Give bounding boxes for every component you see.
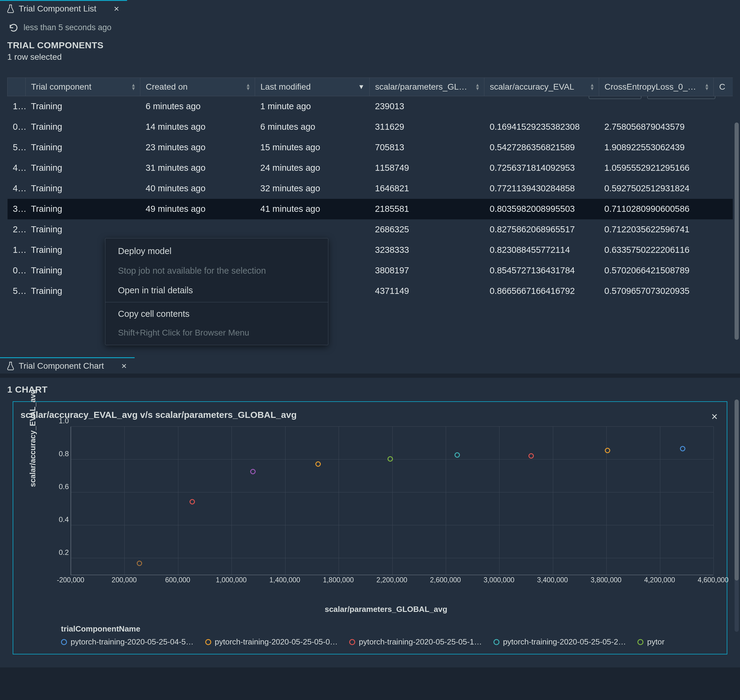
- cell-idx: 4…: [7, 178, 26, 199]
- cell-created: 31 minutes ago: [140, 158, 255, 178]
- chart-plot-area: [71, 426, 714, 575]
- table-row[interactable]: 0…Training14 minutes ago6 minutes ago311…: [7, 117, 733, 137]
- x-tick-label: 1,800,000: [323, 576, 354, 584]
- close-icon[interactable]: ×: [711, 410, 718, 423]
- tab-title: Trial Component Chart: [19, 361, 104, 371]
- x-tick-label: 4,200,000: [644, 576, 675, 584]
- legend-item[interactable]: pytorch-training-2020-05-25-05-0…: [205, 637, 338, 647]
- cell-created: 23 minutes ago: [140, 137, 255, 158]
- menu-deploy-model[interactable]: Deploy model: [105, 241, 328, 261]
- legend-swatch: [493, 639, 499, 645]
- gridline-vertical: [71, 426, 71, 575]
- chart-point[interactable]: [137, 560, 142, 566]
- x-tick-label: 4,600,000: [698, 576, 728, 584]
- col-created-on[interactable]: Created on▲▼: [140, 78, 255, 96]
- chart-count-heading: 1 CHART: [7, 384, 733, 395]
- table-row[interactable]: 4…Training40 minutes ago32 minutes ago16…: [7, 178, 733, 199]
- legend-item[interactable]: pytorch-training-2020-05-25-05-2…: [493, 637, 626, 647]
- cell-params: 2686325: [370, 219, 484, 240]
- cell-params: 239013: [370, 96, 484, 117]
- sort-icon: ▲▼: [705, 84, 709, 90]
- chart-point[interactable]: [250, 469, 256, 474]
- table-row[interactable]: 1…Training6 minutes ago1 minute ago23901…: [7, 96, 733, 117]
- legend-title: trialComponentName: [61, 624, 719, 634]
- table-row[interactable]: 4…Training31 minutes ago24 minutes ago11…: [7, 158, 733, 178]
- close-icon[interactable]: ×: [113, 4, 121, 13]
- cell-loss: 0.6335750222206116: [599, 240, 714, 260]
- cell-created: 49 minutes ago: [140, 199, 255, 219]
- cell-acc: [484, 96, 599, 117]
- cell-params: 3808197: [370, 260, 484, 281]
- gridline-vertical: [714, 426, 714, 575]
- legend-item[interactable]: pytor: [637, 637, 665, 647]
- col-idx[interactable]: [7, 78, 26, 96]
- cell-modified: 1 minute ago: [255, 96, 370, 117]
- close-icon[interactable]: ×: [120, 362, 128, 371]
- tab-trial-component-chart[interactable]: Trial Component Chart ×: [0, 357, 135, 374]
- legend-swatch: [205, 639, 211, 645]
- col-more[interactable]: C: [714, 78, 733, 96]
- cell-created: 40 minutes ago: [140, 178, 255, 199]
- chart-plot[interactable]: scalar/accuracy_EVAL_avg 0.20.40.60.81.0…: [53, 426, 714, 590]
- cell-acc: 0.5427286356821589: [484, 137, 599, 158]
- table-row[interactable]: 2…Training26863250.82758620689655170.712…: [7, 219, 733, 240]
- cell-modified: [255, 219, 370, 240]
- col-scalar-parameters[interactable]: scalar/parameters_GL…▲▼: [370, 78, 484, 96]
- x-tick-label: 200,000: [112, 576, 137, 584]
- context-menu: Deploy model Stop job not available for …: [105, 238, 328, 345]
- tab-trial-component-list[interactable]: Trial Component List ×: [0, 0, 127, 16]
- cell-loss: 0.7122035622596741: [599, 219, 714, 240]
- cell-modified: 6 minutes ago: [255, 117, 370, 137]
- cell-created: [140, 219, 255, 240]
- chart-point[interactable]: [387, 456, 393, 462]
- cell-modified: 24 minutes ago: [255, 158, 370, 178]
- col-last-modified[interactable]: Last modified▼: [255, 78, 370, 96]
- chart-title: scalar/accuracy_EVAL_avg v/s scalar/para…: [21, 410, 719, 420]
- flask-icon: [7, 4, 15, 13]
- sort-icon: ▲▼: [590, 84, 594, 90]
- menu-browser-hint: Shift+Right Click for Browser Menu: [105, 324, 328, 342]
- cell-loss: 0.5709657073020935: [599, 281, 714, 301]
- cell-loss: [599, 96, 714, 117]
- col-cross-entropy[interactable]: CrossEntropyLoss_0_…▲▼: [599, 78, 714, 96]
- cell-modified: 41 minutes ago: [255, 199, 370, 219]
- chart-point[interactable]: [528, 453, 534, 459]
- y-tick-label: 0.2: [55, 548, 69, 557]
- chart-point[interactable]: [680, 446, 686, 451]
- refresh-icon[interactable]: [9, 23, 18, 32]
- table-row[interactable]: 5…Training23 minutes ago15 minutes ago70…: [7, 137, 733, 158]
- legend-swatch: [637, 639, 643, 645]
- vertical-scrollbar[interactable]: [734, 122, 739, 340]
- cell-idx: 5…: [7, 281, 26, 301]
- chart-point[interactable]: [455, 452, 460, 458]
- legend-label: pytorch-training-2020-05-25-05-0…: [215, 637, 338, 647]
- gridline-vertical: [446, 426, 446, 575]
- cell-tc: Training: [26, 178, 140, 199]
- legend-item[interactable]: pytorch-training-2020-05-25-05-1…: [349, 637, 482, 647]
- menu-stop-job-disabled: Stop job not available for the selection: [105, 261, 328, 281]
- chart-legend: pytorch-training-2020-05-25-04-5…pytorch…: [61, 637, 719, 647]
- col-trial-component[interactable]: Trial component▲▼: [26, 78, 140, 96]
- col-scalar-accuracy[interactable]: scalar/accuracy_EVAL▲▼: [484, 78, 599, 96]
- cell-acc: 0.8665667166416792: [484, 281, 599, 301]
- x-tick-label: 600,000: [165, 576, 190, 584]
- cell-idx: 1…: [7, 240, 26, 260]
- cell-params: 3238333: [370, 240, 484, 260]
- menu-open-in-trial-details[interactable]: Open in trial details: [105, 281, 328, 300]
- chart-point[interactable]: [190, 499, 195, 504]
- chart-point[interactable]: [605, 448, 610, 453]
- chart-point[interactable]: [315, 461, 321, 467]
- vertical-scrollbar[interactable]: [734, 400, 739, 581]
- table-row[interactable]: 3…Training49 minutes ago41 minutes ago21…: [7, 199, 733, 219]
- menu-copy-cell-contents[interactable]: Copy cell contents: [105, 304, 328, 324]
- cell-tc: Training: [26, 137, 140, 158]
- gridline-vertical: [392, 426, 393, 575]
- x-tick-label: -200,000: [57, 576, 84, 584]
- cell-idx: 5…: [7, 137, 26, 158]
- legend-item[interactable]: pytorch-training-2020-05-25-04-5…: [61, 637, 194, 647]
- cell-tc: Training: [26, 199, 140, 219]
- x-tick-label: 1,400,000: [269, 576, 300, 584]
- cell-loss: 1.0595552921295166: [599, 158, 714, 178]
- cell-acc: 0.8275862068965517: [484, 219, 599, 240]
- cell-acc: 0.8545727136431784: [484, 260, 599, 281]
